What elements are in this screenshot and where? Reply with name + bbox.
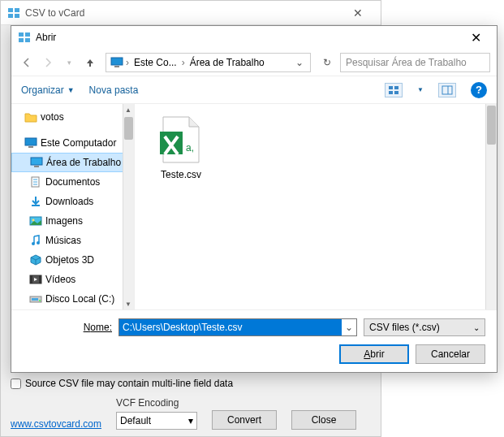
back-button[interactable]	[18, 54, 36, 71]
tree-item-votos[interactable]: votos	[11, 107, 134, 127]
tree-item-documents[interactable]: Documentos	[11, 172, 134, 192]
breadcrumb-seg-desktop[interactable]: Área de Trabalho	[187, 57, 268, 68]
file-scrollbar[interactable]	[485, 104, 497, 309]
nav-row: ▾ › Este Co... › Área de Trabalho ⌄ ↻ Pe…	[11, 49, 497, 76]
tree-item-downloads[interactable]: Downloads	[11, 192, 134, 211]
tree-item-images[interactable]: Imagens	[11, 211, 134, 231]
multiline-checkbox[interactable]	[11, 379, 21, 389]
images-icon	[29, 214, 42, 227]
filename-input[interactable]	[119, 319, 342, 335]
svg-rect-12	[389, 91, 393, 94]
downloads-icon	[29, 195, 42, 208]
open-button[interactable]: Abrir	[339, 344, 409, 364]
monitor-icon	[110, 57, 124, 68]
tree-label: Este Computador	[41, 137, 116, 149]
svg-rect-5	[25, 32, 30, 37]
help-button[interactable]: ?	[471, 82, 487, 98]
svg-point-34	[39, 300, 41, 301]
svg-rect-1	[15, 8, 19, 12]
file-area[interactable]: a, Teste.csv	[135, 104, 497, 309]
up-button[interactable]	[81, 54, 99, 71]
breadcrumb[interactable]: › Este Co... › Área de Trabalho ⌄	[106, 53, 311, 72]
folder-icon	[24, 110, 37, 123]
chevron-down-icon: ⌄	[473, 323, 480, 332]
chevron-right-icon: ›	[182, 57, 185, 68]
tree-label: Downloads	[45, 196, 93, 207]
tree-item-videos[interactable]: Vídeos	[11, 270, 134, 289]
svg-rect-8	[111, 58, 123, 65]
tree-label: Disco Local (C:)	[45, 293, 114, 305]
filename-row: Nome: ⌄ CSV files (*.csv) ⌄	[23, 318, 485, 336]
tree-item-desktop[interactable]: Área de Trabalho	[11, 153, 134, 172]
filename-label: Nome:	[23, 322, 112, 333]
forward-button[interactable]	[39, 54, 57, 71]
organize-menu[interactable]: Organizar ▼	[21, 84, 75, 96]
vcf-encoding-label: VCF Encoding	[116, 397, 197, 409]
parent-body: Source CSV file may contain multi-line f…	[1, 371, 381, 436]
file-filter-select[interactable]: CSV files (*.csv) ⌄	[364, 318, 485, 336]
recent-dropdown[interactable]: ▾	[60, 54, 78, 71]
cancel-button[interactable]: Cancelar	[416, 344, 485, 364]
chevron-down-icon[interactable]: ▼	[417, 86, 424, 93]
scroll-up-icon[interactable]: ▲	[123, 104, 134, 115]
search-input[interactable]: Pesquisar Área de Trabalho	[340, 53, 490, 72]
file-scrollbar-thumb[interactable]	[487, 106, 496, 145]
content-area: votos Este Computador Área de Trabalho D…	[11, 104, 497, 309]
scroll-down-icon[interactable]: ▼	[123, 298, 134, 309]
multiline-checkbox-row: Source CSV file may contain multi-line f…	[11, 378, 371, 389]
parent-close-button[interactable]: ✕	[342, 6, 374, 19]
dialog-titlebar: Abrir ✕	[11, 26, 497, 49]
tree-label: Área de Trabalho	[46, 157, 121, 168]
svg-rect-17	[28, 146, 33, 148]
file-filter-value: CSV files (*.csv)	[369, 322, 440, 333]
chevron-down-icon: ▾	[188, 415, 193, 426]
dialog-button-row: Abrir Cancelar	[23, 344, 485, 364]
folder-tree: votos Este Computador Área de Trabalho D…	[11, 104, 135, 309]
tree-item-music[interactable]: Músicas	[11, 231, 134, 250]
convert-button[interactable]: Convert	[212, 410, 277, 430]
tree-item-objects3d[interactable]: Objetos 3D	[11, 250, 134, 270]
filename-combo: ⌄	[118, 318, 357, 336]
close-button[interactable]: Close	[291, 410, 356, 430]
file-item-teste[interactable]: a, Teste.csv	[144, 114, 218, 180]
vcf-encoding-select[interactable]: Default ▾	[116, 412, 197, 430]
svg-rect-0	[8, 8, 13, 12]
monitor-icon	[24, 136, 37, 149]
tree-scrollbar[interactable]: ▲ ▼	[123, 104, 134, 309]
videos-icon	[29, 273, 42, 286]
parent-title: CSV to vCard	[25, 7, 342, 19]
svg-rect-13	[394, 91, 398, 94]
view-mode-button[interactable]	[385, 83, 403, 97]
app-icon	[7, 6, 20, 19]
new-folder-button[interactable]: Nova pasta	[89, 84, 139, 96]
search-placeholder: Pesquisar Área de Trabalho	[346, 57, 467, 68]
tree-label: Músicas	[45, 235, 81, 246]
dialog-close-button[interactable]: ✕	[461, 30, 490, 45]
tree-item-computer[interactable]: Este Computador	[11, 133, 134, 153]
csv-file-icon: a,	[155, 114, 207, 166]
svg-rect-9	[114, 66, 119, 67]
svg-point-28	[37, 241, 40, 244]
breadcrumb-dropdown[interactable]: ⌄	[292, 57, 307, 68]
documents-icon	[29, 175, 42, 188]
tree-scrollbar-thumb[interactable]	[124, 117, 133, 140]
svg-text:a,: a,	[186, 142, 194, 154]
website-link[interactable]: www.csvtovcard.com	[11, 418, 101, 430]
vcf-encoding-value: Default	[120, 415, 151, 426]
refresh-button[interactable]: ↻	[317, 57, 337, 68]
svg-rect-14	[442, 86, 452, 94]
svg-rect-19	[34, 166, 39, 167]
filename-dropdown[interactable]: ⌄	[342, 322, 356, 333]
desktop-icon	[30, 156, 43, 169]
breadcrumb-seg-computer[interactable]: Este Co...	[131, 57, 180, 68]
tree-item-localdisk[interactable]: Disco Local (C:)	[11, 289, 134, 309]
svg-point-27	[32, 242, 35, 245]
svg-rect-7	[25, 38, 30, 42]
tree-label: Vídeos	[45, 274, 75, 285]
tree-label: votos	[41, 111, 64, 123]
tree-label: Objetos 3D	[45, 254, 94, 266]
dialog-app-icon	[18, 31, 31, 44]
preview-pane-button[interactable]	[438, 83, 456, 97]
toolbar: Organizar ▼ Nova pasta ▼ ?	[11, 76, 497, 104]
chevron-down-icon: ▼	[67, 86, 75, 94]
